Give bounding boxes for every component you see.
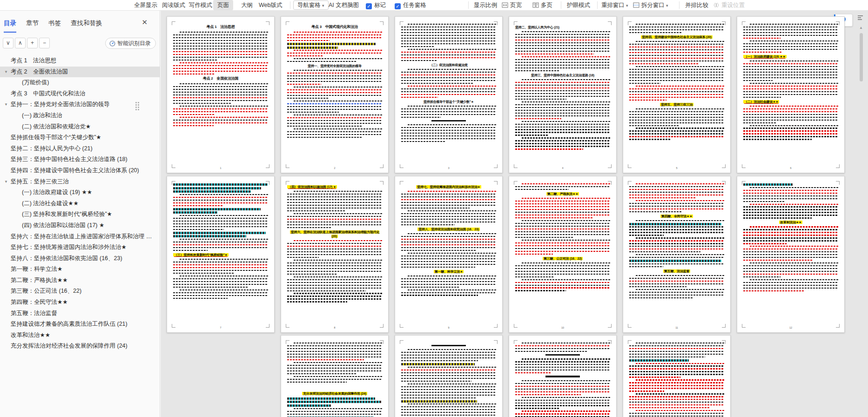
collapse-arrow-icon[interactable]: ▼	[4, 176, 8, 188]
document-page-thumbnail[interactable]: 坚持四、坚持建设中国特色社会主义法治体系 (20)坚持五、坚持三依三治5	[623, 16, 731, 173]
document-page-thumbnail[interactable]: 改革和法治★★12	[737, 176, 845, 333]
document-page-thumbnail[interactable]: 15	[509, 335, 617, 417]
toc-item[interactable]: ▼考点 2 全面依法治国	[0, 67, 160, 78]
pane-tab-书签[interactable]: 书签	[48, 18, 61, 31]
toolbar-item-护眼模式[interactable]: 护眼模式	[567, 0, 590, 10]
document-page-thumbnail[interactable]: 16	[623, 335, 731, 417]
view-options-icon[interactable]	[856, 14, 864, 23]
toolbar-item-大纲[interactable]: 大纲	[241, 0, 253, 10]
expand-all-icon[interactable]: ∧	[15, 38, 26, 48]
text-line	[515, 408, 560, 409]
text-line	[629, 197, 695, 198]
document-page-thumbnail[interactable]: 考点 1 法治思想考点 2 全面依法治国1	[167, 16, 275, 173]
toc-item[interactable]: (一) 法治政府建设 (19) ★★	[0, 187, 160, 198]
zoom-in-icon[interactable]: +	[27, 38, 38, 48]
toolbar-item-页面[interactable]: 页面	[213, 0, 233, 10]
text-line	[287, 290, 366, 291]
toc-item[interactable]: 考点 1 法治思想	[0, 55, 160, 67]
document-page-thumbnail[interactable]: 第四鞭、全民守法★★第五鞭、法治监督11	[623, 176, 731, 333]
toolbar-item-label: 并排比较	[685, 2, 708, 8]
toc-item[interactable]: 坚持六：坚持在法治轨道上推进国家治理体系和治理 …	[0, 231, 160, 242]
text-line	[287, 414, 382, 415]
toolbar-item-页宽[interactable]: 页宽	[502, 0, 522, 10]
toolbar-item-写作模式[interactable]: 写作模式	[189, 0, 212, 10]
toolbar-item-显示比例[interactable]: 显示比例	[474, 0, 497, 10]
toolbar-item-AI-文档脑图[interactable]: AI 文档脑图	[329, 0, 359, 10]
pane-tab-目录[interactable]: 目录	[4, 18, 16, 31]
text-line	[636, 393, 724, 394]
document-page-thumbnail[interactable]: 考点 3 中国式现代化和法治坚持一、坚持党对全面依法治国的领导2	[281, 16, 389, 173]
text-line	[401, 224, 455, 225]
text-line	[401, 213, 496, 214]
toc-item[interactable]: 考点 3 中国式现代化和法治	[0, 88, 160, 100]
toc-item[interactable]: 第四鞭：全民守法★★	[0, 297, 160, 308]
pane-tab-章节[interactable]: 章节	[26, 18, 39, 31]
chevron-down-icon: ▾	[626, 3, 628, 8]
toc-item[interactable]: 第三鞭：公正司法 (16、22)	[0, 286, 160, 297]
toc-item[interactable]: 第二鞭：严格执法★★	[0, 275, 160, 286]
text-line	[294, 70, 382, 71]
scroll-up-icon[interactable]: ▲	[859, 26, 863, 30]
checkbox-checked-icon[interactable]: ✓	[366, 3, 372, 9]
toolbar-item-拆分窗口[interactable]: 拆分窗口▾	[633, 0, 668, 10]
text-line	[515, 113, 610, 114]
text-line	[636, 220, 724, 221]
document-page-thumbnail[interactable]: 第二鞭、严格执法★★第三鞭、公正司法 (16、22)10	[509, 176, 617, 333]
toc-item[interactable]: 第五鞭：法治监督	[0, 308, 160, 319]
toc-item[interactable]: 坚持建设德才兼备的高素质法治工作队伍 (21)	[0, 319, 160, 330]
document-page-thumbnail[interactable]: 充分发挥法治对经济社会发展的保障作用 (24)13	[281, 335, 389, 417]
smart-recognize-toc-button[interactable]: 智能识别目录	[105, 38, 156, 49]
toc-item[interactable]: (二) 依法治国和依规治党★	[0, 121, 160, 133]
close-pane-icon[interactable]: ✕	[141, 18, 148, 27]
text-line	[629, 292, 724, 293]
vertical-scrollbar[interactable]	[860, 33, 863, 81]
text-line	[750, 106, 838, 107]
page-heading-text: 考点 3 中国式现代化和法治	[311, 25, 358, 29]
toc-item[interactable]: 坚持三：坚持中国特色社会主义法治道路 (18)	[0, 154, 160, 165]
toc-item[interactable]: (四) 依法治国和以德治国 (17) ★	[0, 220, 160, 231]
toolbar-item-并排比较[interactable]: 并排比较	[685, 0, 708, 10]
pane-tab-查找和替换[interactable]: 查找和替换	[71, 18, 102, 31]
text-line	[629, 249, 724, 249]
toolbar-item-Web版式[interactable]: Web版式	[259, 0, 282, 10]
document-page-thumbnail[interactable]: （一）法治政府建设 (19) ★★（二）法治社会建设★★6	[737, 16, 845, 173]
collapse-arrow-icon[interactable]: ▼	[4, 67, 8, 78]
document-page-thumbnail[interactable]: （三）坚持和发展新时代“枫桥经验”★7	[167, 176, 275, 333]
checkbox-checked-icon[interactable]: ✓	[395, 3, 401, 9]
toc-item[interactable]: 第一鞭：科学立法★	[0, 264, 160, 275]
toc-item[interactable]: 坚持八：坚持依法治国和依宪治国 (16、23)	[0, 253, 160, 264]
toc-item-label: 坚持五：坚持三依三治	[0, 176, 160, 188]
document-page-thumbnail[interactable]: （四）依法治国和以德治国 (17) ★坚持六、坚持在法治轨道上推进国家治理体系和…	[281, 176, 389, 333]
toolbar-item-重排窗口[interactable]: 重排窗口▾	[601, 0, 628, 10]
toc-item[interactable]: (万能价值)	[0, 77, 160, 88]
toolbar-item-阅读版式[interactable]: 阅读版式	[162, 0, 185, 10]
page-heading-text: 考点 2 全面依法治国	[203, 76, 238, 81]
text-line	[180, 276, 268, 276]
toc-item[interactable]: (二) 法治社会建设★★	[0, 198, 160, 209]
toc-item[interactable]: 坚持四：坚持建设中国特色社会主义法治体系 (20)	[0, 165, 160, 176]
toc-item[interactable]: (一) 政治和法治	[0, 110, 160, 121]
document-page-thumbnail[interactable]: 坚持七、坚持统筹推进国内法治和涉外法治★坚持八、坚持依法治国和依宪治国 (16、…	[395, 176, 503, 333]
collapse-arrow-icon[interactable]: ▼	[4, 99, 8, 110]
toolbar-item-label: 大纲	[241, 2, 253, 8]
toc-item[interactable]: (三) 坚持和发展新时代“枫桥经验”★	[0, 209, 160, 220]
toolbar-item-任务窗格[interactable]: ✓任务窗格	[395, 0, 426, 10]
toc-item[interactable]: 充分发挥法治对经济社会发展的保障作用 (24)	[0, 341, 160, 352]
text-line	[180, 215, 268, 216]
toc-item[interactable]: 改革和法治★★	[0, 330, 160, 341]
zoom-out-icon[interactable]: −	[39, 38, 50, 48]
document-page-thumbnail[interactable]: 坚持二、坚持以人民为中心 (21)坚持三、坚持中国特色社会主义法治道路 (18)…	[509, 16, 617, 173]
document-page-thumbnail[interactable]: （二）依法治国和依规治党坚持抓住领导干部这个“关键少数”★3	[395, 16, 503, 173]
toc-item[interactable]: ▼坚持五：坚持三依三治	[0, 176, 160, 188]
toolbar-item-全屏显示[interactable]: 全屏显示	[134, 0, 157, 10]
highlighted-text-line	[401, 363, 475, 365]
collapse-all-icon[interactable]: ∨	[3, 38, 13, 48]
toolbar-item-标记[interactable]: ✓标记	[366, 0, 386, 10]
pane-resize-handle[interactable]	[135, 102, 141, 111]
toc-item[interactable]: 坚持抓住领导干部这个“关键少数”★	[0, 132, 160, 143]
toolbar-item-导航窗格[interactable]: 导航窗格▾	[293, 0, 329, 10]
document-page-thumbnail[interactable]: 14	[395, 335, 503, 417]
toolbar-item-多页[interactable]: 多页	[532, 0, 552, 10]
toc-item[interactable]: 坚持七：坚持统筹推进国内法治和涉外法治★	[0, 242, 160, 253]
toc-item[interactable]: 坚持二：坚持以人民为中心 (21)	[0, 143, 160, 155]
